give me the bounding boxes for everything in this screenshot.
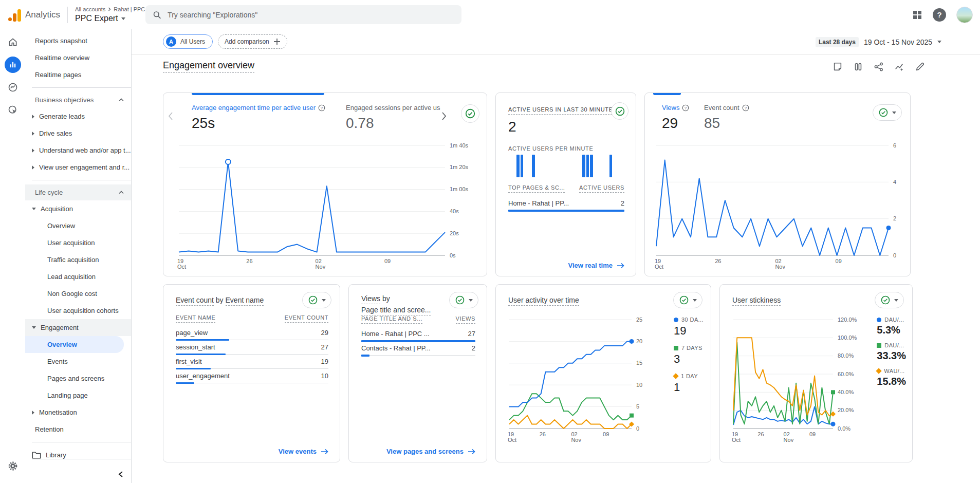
view-events-link[interactable]: View events (279, 448, 328, 455)
event-name: session_start (176, 343, 215, 351)
sidebar-item-understand-web-app[interactable]: Understand web and/or app t... (25, 142, 131, 159)
realtime-title[interactable]: ACTIVE USERS IN LAST 30 MINUTES (508, 106, 617, 115)
insights-icon[interactable] (894, 62, 904, 72)
comparison-icon[interactable] (853, 62, 863, 72)
sidebar-divider (32, 442, 131, 442)
sidebar-item-engagement-overview[interactable]: Overview (25, 336, 124, 353)
expand-right-icon (32, 148, 34, 153)
grid-apps-icon[interactable] (912, 10, 922, 20)
legend-value: 5.3% (877, 324, 906, 336)
page-title[interactable]: Engagement overview (163, 60, 254, 73)
check-circle-icon (455, 295, 465, 305)
breadcrumb-account[interactable]: All accounts (75, 6, 105, 12)
sidebar-item-drive-sales[interactable]: Drive sales (25, 125, 131, 142)
metric-event-count[interactable]: Event count ? 85 (704, 104, 749, 132)
advertising-icon[interactable] (5, 102, 21, 118)
sidebar-item-reports-snapshot[interactable]: Reports snapshot (25, 32, 131, 49)
engagement-time-chart: 0s20s40s1m 00s1m 20s1m 40s19Oct2602Nov09 (176, 141, 474, 271)
admin-gear-icon[interactable] (0, 460, 25, 472)
chevron-down-icon (693, 299, 697, 302)
data-quality-dropdown[interactable] (875, 292, 904, 308)
card-title[interactable]: User stickiness (732, 296, 781, 306)
help-circle-icon[interactable]: ? (742, 104, 749, 112)
chevron-down-icon (894, 299, 898, 302)
sidebar-item-monetisation[interactable]: Monetisation (25, 404, 131, 421)
sidebar-item-retention[interactable]: Retention (25, 421, 131, 438)
sidebar-item-library[interactable]: Library (25, 447, 131, 463)
realtime-row: Home - Rahat | PP... 2 (508, 196, 624, 210)
all-users-pill[interactable]: A All Users (163, 34, 213, 49)
event-name: page_view (176, 329, 208, 337)
collapse-sidebar-icon[interactable] (118, 471, 124, 478)
metric-engagement-time[interactable]: Average engagement time per active user … (192, 104, 325, 132)
active-users-value: 2 (508, 119, 617, 135)
card-title[interactable]: Views by Page title and scree... (361, 293, 431, 316)
view-pages-screens-link[interactable]: View pages and screens (386, 448, 475, 455)
sidebar-item-non-google-cost[interactable]: Non Google cost (25, 285, 131, 302)
data-quality-dropdown[interactable] (302, 292, 331, 308)
chevron-down-icon (892, 112, 896, 114)
search-bar[interactable] (145, 5, 461, 24)
report-nav-sidebar: Reports snapshot Realtime overview Realt… (25, 29, 132, 483)
svg-text:09: 09 (836, 258, 842, 264)
sidebar-item-generate-leads[interactable]: Generate leads (25, 108, 131, 125)
data-quality-icon[interactable] (461, 104, 479, 123)
proportion-bar (361, 355, 369, 357)
column-top-pages[interactable]: TOP PAGES & SC... (508, 184, 565, 193)
column-active-users[interactable]: ACTIVE USERS (579, 184, 624, 193)
sidebar-item-realtime-overview[interactable]: Realtime overview (25, 49, 131, 66)
sidebar-item-view-user-engagement[interactable]: View user engagement and r... (25, 159, 131, 176)
metric-engaged-sessions[interactable]: Engaged sessions per active us 0.78 (346, 104, 440, 132)
views-chart: 024619Oct2602Nov09 (653, 141, 903, 271)
add-comparison-button[interactable]: Add comparison (218, 34, 287, 49)
home-icon[interactable] (5, 34, 21, 50)
search-input[interactable] (168, 11, 454, 19)
reports-icon[interactable] (5, 57, 21, 73)
data-quality-dropdown[interactable] (873, 104, 902, 121)
column-event-count[interactable]: EVENT COUNT (285, 314, 328, 323)
metric-value: 85 (704, 115, 749, 132)
sidebar-item-events[interactable]: Events (25, 353, 131, 370)
check-circle-icon (878, 107, 889, 118)
svg-text:1m 00s: 1m 00s (450, 186, 469, 192)
sidebar-divider (32, 459, 131, 459)
sidebar-item-pages-and-screens[interactable]: Pages and screens (25, 370, 131, 387)
share-icon[interactable] (874, 62, 884, 72)
sidebar-item-engagement[interactable]: Engagement (25, 319, 131, 336)
sidebar-section-business-objectives[interactable]: Business objectives (25, 92, 131, 108)
metric-views[interactable]: Views ? 29 (662, 104, 689, 132)
card-views: Views ? 29 Event count ? 85 024619Oc (644, 92, 911, 276)
sidebar-item-acquisition[interactable]: Acquisition (25, 200, 131, 217)
note-icon[interactable] (833, 62, 843, 72)
view-real-time-link[interactable]: View real time (568, 262, 624, 269)
avatar[interactable] (956, 7, 973, 23)
column-views[interactable]: VIEWS (456, 315, 475, 324)
data-quality-icon[interactable] (611, 102, 628, 120)
help-icon[interactable]: ? (933, 8, 946, 22)
date-range-picker[interactable]: Last 28 days 19 Oct - 15 Nov 2025 (816, 29, 941, 54)
data-quality-dropdown[interactable] (449, 292, 478, 308)
edit-icon[interactable] (915, 62, 925, 72)
carousel-prev-icon[interactable] (168, 112, 174, 121)
help-circle-icon[interactable]: ? (682, 104, 689, 112)
column-page-title[interactable]: PAGE TITLE AND S... (361, 315, 422, 324)
sidebar-item-user-acquisition[interactable]: User acquisition (25, 234, 131, 251)
explore-icon[interactable] (5, 79, 21, 96)
column-event-name[interactable]: EVENT NAME (176, 314, 215, 323)
sidebar-item-acquisition-overview[interactable]: Overview (25, 217, 131, 234)
help-circle-icon[interactable]: ? (318, 104, 325, 112)
data-quality-dropdown[interactable] (673, 292, 702, 308)
svg-text:4: 4 (893, 179, 896, 185)
sidebar-section-life-cycle[interactable]: Life cycle (25, 184, 131, 200)
sidebar-item-lead-acquisition[interactable]: Lead acquisition (25, 268, 131, 285)
svg-text:19Oct: 19Oct (732, 431, 741, 443)
chevron-up-icon (119, 191, 124, 194)
card-title[interactable]: Event count by Event name (176, 296, 264, 304)
sidebar-item-landing-page[interactable]: Landing page (25, 387, 131, 404)
carousel-next-icon[interactable] (441, 112, 447, 121)
card-title[interactable]: User activity over time (508, 296, 579, 306)
sidebar-item-user-acquisition-cohorts[interactable]: User acquisition cohorts (25, 302, 131, 319)
proportion-bar (176, 382, 194, 384)
sidebar-item-realtime-pages[interactable]: Realtime pages (25, 66, 131, 83)
sidebar-item-traffic-acquisition[interactable]: Traffic acquisition (25, 251, 131, 268)
